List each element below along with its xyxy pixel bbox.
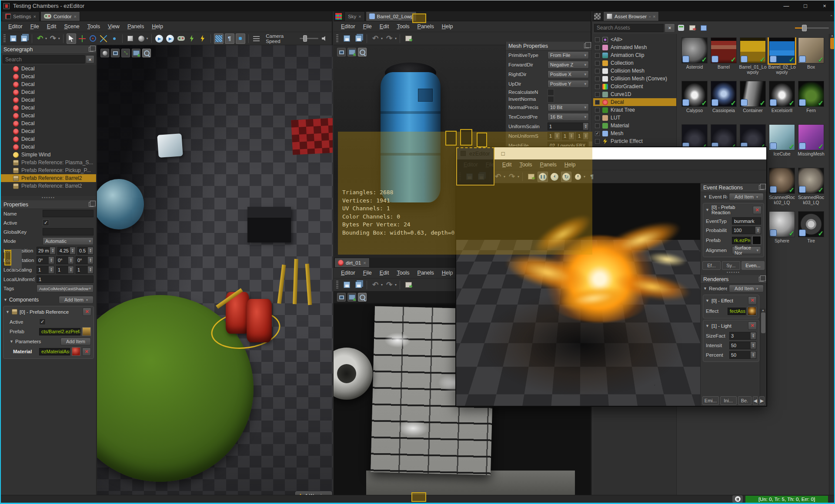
visualizers-button[interactable]: ¶ bbox=[225, 33, 234, 44]
asset-type-item[interactable]: Kraut Tree bbox=[593, 106, 676, 114]
save-button[interactable] bbox=[341, 280, 352, 290]
nonuniform-y[interactable]: 1▲▼ bbox=[562, 132, 574, 140]
redo-button[interactable]: ↷ bbox=[48, 33, 58, 44]
asset-type-checkbox[interactable] bbox=[595, 37, 600, 42]
scenegraph-item[interactable]: Prefab Reference: Plasma_S... bbox=[1, 159, 96, 166]
tab-asset-browser[interactable]: Asset Browser▫× bbox=[603, 11, 659, 21]
save-all-button[interactable] bbox=[353, 280, 364, 290]
camera-icon[interactable] bbox=[358, 48, 367, 56]
tab-settings[interactable]: Settings × bbox=[2, 11, 40, 21]
intensity-field[interactable]: 50▲▼ bbox=[729, 342, 756, 349]
float-panel-icon[interactable] bbox=[89, 202, 94, 207]
screenshot-icon[interactable] bbox=[347, 293, 356, 302]
tab-sky[interactable]: Sky× bbox=[344, 11, 365, 21]
scenegraph-item[interactable]: Decal bbox=[1, 119, 96, 127]
menu-item[interactable]: Tools bbox=[393, 22, 413, 31]
asset-tile[interactable]: ✓ Calypso bbox=[680, 81, 709, 124]
scenegraph-item[interactable]: Decal bbox=[1, 112, 96, 119]
asset-type-item[interactable]: Particle Effect bbox=[593, 137, 676, 145]
probability-field[interactable]: 100▲▼ bbox=[732, 226, 761, 234]
percentage-field[interactable]: 50▲▼ bbox=[729, 351, 756, 359]
asset-tile[interactable]: ✓ Asteroid bbox=[680, 37, 709, 81]
size-factor-field[interactable]: 3▲▼ bbox=[729, 332, 756, 340]
globalkey-field[interactable] bbox=[43, 228, 94, 235]
asset-type-checkbox[interactable] bbox=[595, 69, 600, 73]
redo-button[interactable]: ↷ bbox=[384, 33, 394, 44]
menu-item[interactable]: Help bbox=[148, 22, 167, 31]
float-panel-icon[interactable] bbox=[759, 277, 764, 282]
menu-item[interactable]: Help bbox=[561, 160, 580, 169]
alignment-select[interactable]: Surface Nor bbox=[732, 246, 761, 254]
tab-close-icon[interactable]: × bbox=[653, 14, 655, 19]
particle-viewport[interactable] bbox=[456, 183, 700, 406]
material-asset-thumbnail[interactable] bbox=[72, 347, 80, 356]
scenegraph-item[interactable]: Simple Wind bbox=[1, 151, 96, 159]
rotate-gizmo-button[interactable] bbox=[88, 33, 98, 44]
tab-dirt-01[interactable]: dirt_01× bbox=[334, 258, 370, 267]
asset-type-item[interactable]: Decal bbox=[593, 98, 676, 106]
asset-type-checkbox[interactable]: ✓ bbox=[595, 131, 600, 136]
undo-button[interactable]: ↶ bbox=[35, 33, 45, 44]
scenegraph-item[interactable]: Decal bbox=[1, 104, 96, 112]
scenegraph-item[interactable]: Decal bbox=[1, 80, 96, 88]
remove-component-button[interactable]: ✕ bbox=[83, 308, 91, 316]
active-checkbox[interactable]: ✓ bbox=[43, 219, 49, 226]
asset-type-item[interactable]: LUT bbox=[593, 114, 676, 122]
event-type-field[interactable]: burnmark bbox=[732, 217, 761, 225]
play-button[interactable]: ▶ bbox=[155, 33, 164, 44]
save-button[interactable] bbox=[9, 33, 18, 44]
scenegraph-item[interactable]: Decal bbox=[1, 127, 96, 135]
toolbar-grip[interactable] bbox=[3, 34, 6, 43]
primitive-type-select[interactable]: From File bbox=[548, 51, 589, 59]
greybox-button[interactable] bbox=[126, 33, 135, 44]
asset-type-checkbox[interactable] bbox=[595, 116, 600, 120]
clear-search-icon[interactable]: × bbox=[86, 55, 94, 63]
remove-light-button[interactable]: ✕ bbox=[748, 322, 757, 330]
clear-asset-search-icon[interactable]: × bbox=[665, 23, 675, 33]
tab-effect[interactable]: Ef... bbox=[702, 261, 721, 270]
tab-system[interactable]: Sy... bbox=[722, 261, 740, 270]
asset-type-item[interactable]: Collision Mesh (Convex) bbox=[593, 75, 676, 83]
tab-float-icon[interactable]: ▫ bbox=[649, 14, 651, 19]
particle-window-titlebar[interactable]: ezEditor — □ × bbox=[456, 147, 766, 159]
dock-grid-icon[interactable] bbox=[594, 13, 601, 20]
asset-tile[interactable]: ✓ Fern bbox=[797, 81, 825, 124]
name-field[interactable] bbox=[43, 210, 94, 217]
asset-tile[interactable]: ✓ Container bbox=[738, 81, 767, 124]
asset-grid-scrollbar[interactable]: ▲ bbox=[829, 34, 835, 496]
localscaling-x[interactable]: 1▲▼ bbox=[37, 266, 54, 274]
screenshot-icon[interactable] bbox=[132, 49, 140, 57]
tags-select[interactable]: AutoColMesh|CastShadow bbox=[37, 285, 94, 292]
pause-button[interactable]: ❚❚ bbox=[538, 172, 548, 182]
menu-item[interactable]: View bbox=[104, 22, 124, 31]
export-run-button[interactable] bbox=[187, 33, 197, 44]
localposition-x[interactable]: 29 m▲▼ bbox=[37, 247, 56, 255]
tab-close-icon[interactable]: × bbox=[363, 260, 366, 265]
translate-gizmo-button[interactable] bbox=[77, 33, 87, 44]
material-asset-field[interactable]: ezMaterialAsset bbox=[39, 348, 70, 355]
asset-type-item[interactable]: Animated Mesh bbox=[593, 43, 676, 51]
save-all-button[interactable] bbox=[353, 33, 364, 44]
splitter-handle[interactable]: •••••• bbox=[1, 196, 96, 200]
localuniformscaling-field[interactable]: 1 bbox=[37, 275, 94, 283]
simulate-button[interactable]: ▶ bbox=[165, 33, 175, 44]
prefab-asset-thumbnail[interactable] bbox=[82, 327, 91, 336]
tab-initializer[interactable]: Ini... bbox=[720, 396, 737, 405]
localrotation-y[interactable]: 0°▲▼ bbox=[56, 256, 74, 264]
restart-button[interactable]: ⏴ bbox=[549, 172, 560, 182]
localscaling-z[interactable]: 1▲▼ bbox=[76, 266, 94, 274]
asset-tile[interactable]: ✓ Barrel_01_Lowpoly bbox=[738, 37, 767, 81]
expand-icon[interactable]: ⤡ bbox=[121, 49, 130, 57]
asset-type-checkbox[interactable] bbox=[595, 84, 600, 89]
asset-type-item[interactable]: Curve1D bbox=[593, 90, 676, 98]
asset-type-checkbox[interactable] bbox=[595, 92, 600, 97]
scenegraph-item[interactable]: Decal bbox=[1, 65, 96, 73]
scene-viewport[interactable]: ⤡ bbox=[97, 45, 333, 497]
asset-type-checkbox[interactable] bbox=[595, 108, 600, 113]
menu-item[interactable]: Help bbox=[438, 22, 457, 31]
splitter-handle[interactable]: •••••• bbox=[701, 271, 766, 275]
camera-icon[interactable] bbox=[142, 49, 151, 57]
scenegraph-item[interactable]: Decal bbox=[1, 96, 96, 104]
tab-behavior[interactable]: Be. bbox=[738, 396, 752, 405]
transform-all-icon[interactable] bbox=[676, 23, 686, 33]
